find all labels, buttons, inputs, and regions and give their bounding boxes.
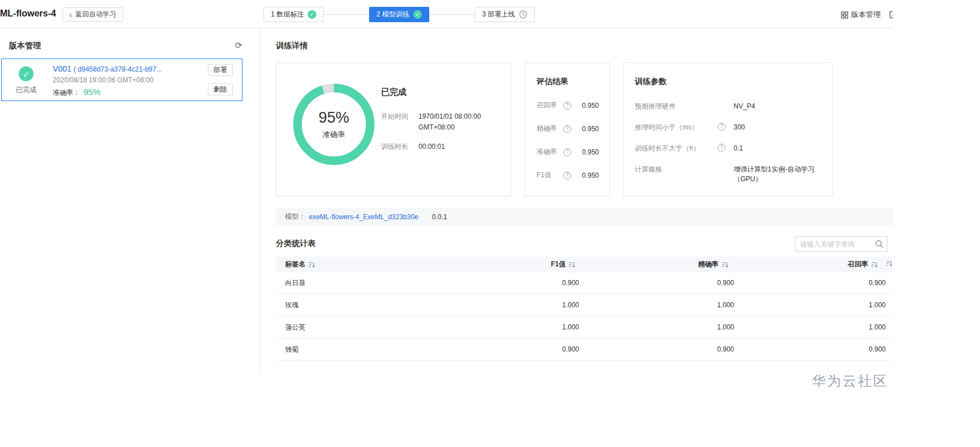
- training-params-card: 训练参数 预期推理硬件 NV_P4 推理时间小于（ms） ? 300 训练时长不…: [623, 62, 833, 197]
- class-stats-title: 分类统计表: [276, 239, 316, 249]
- evaluation-title: 评估结果: [537, 77, 568, 87]
- model-version: 0.0.1: [432, 213, 447, 221]
- version-card[interactable]: ✓ 已完成 V001 ( d9458d73-a378-4c21-b97... 2…: [1, 59, 242, 101]
- step-data-label[interactable]: 1 数据标注 ✓: [263, 7, 324, 22]
- deploy-button[interactable]: 部署: [208, 64, 233, 76]
- page: ML-flowers-4 ‹ 返回自动学习 1 数据标注 ✓ 2 模型训练 ✓ …: [0, 0, 893, 447]
- refresh-icon[interactable]: ⟳: [235, 41, 242, 49]
- col-precision: 精确率: [698, 260, 719, 269]
- donut-value: 95%: [319, 109, 349, 127]
- sort-icon[interactable]: [722, 261, 728, 268]
- evaluation-card: 评估结果 召回率 ? 0.950 精确率 ? 0.950 准确率 ? 0.950…: [525, 62, 610, 197]
- metric-precision: 精确率 ? 0.950: [537, 124, 599, 133]
- param-train-duration: 训练时长不大于（h） ? 0.1: [635, 144, 823, 153]
- model-bar: 模型： exeML-flowers-4_ExeML_d323b30e 0.0.1: [276, 208, 893, 225]
- training-summary-info: 已完成 开始时间 1970/01/01 08:00:00 GMT+08:00 训…: [381, 87, 504, 161]
- training-status: 已完成: [381, 87, 504, 98]
- project-title: ML-flowers-4: [0, 9, 56, 19]
- back-button-label: 返回自动学习: [76, 10, 116, 19]
- delete-button[interactable]: 删除: [208, 83, 233, 95]
- edit-doc-icon[interactable]: [889, 11, 893, 19]
- check-icon: ✓: [413, 10, 422, 19]
- watermark: 华为云社区: [812, 372, 889, 390]
- version-time: 2020/08/18 19:00:06 GMT+08:00: [53, 76, 153, 84]
- param-inference-time: 推理时间小于（ms） ? 300: [635, 123, 823, 132]
- help-icon[interactable]: ?: [563, 148, 571, 156]
- step-model-train[interactable]: 2 模型训练 ✓: [369, 7, 429, 22]
- param-hardware: 预期推理硬件 NV_P4: [635, 102, 823, 111]
- search-box: [795, 236, 887, 252]
- accuracy-value: 95%: [83, 87, 100, 97]
- metric-recall: 召回率 ? 0.950: [537, 101, 599, 110]
- help-icon[interactable]: ?: [563, 172, 571, 179]
- help-icon[interactable]: ?: [718, 123, 726, 131]
- donut-center: 95% 准确率: [292, 82, 376, 166]
- top-bar: ML-flowers-4 ‹ 返回自动学习 1 数据标注 ✓ 2 模型训练 ✓ …: [0, 0, 893, 28]
- metric-f1: F1值 ? 0.950: [537, 170, 599, 180]
- metric-accuracy: 准确率 ? 0.950: [537, 147, 599, 157]
- start-time-value: 1970/01/01 08:00:00 GMT+08:00: [418, 111, 498, 132]
- version-name-row: V001 ( d9458d73-a378-4c21-b97...: [53, 64, 162, 73]
- accuracy-label: 准确率：: [53, 88, 80, 98]
- check-icon: ✓: [308, 10, 316, 19]
- params-title: 训练参数: [635, 77, 667, 87]
- search-icon[interactable]: [875, 240, 883, 248]
- class-stats-table: 标签名 F1值 精确率 召回率 向日葵 0.900 0.900 0: [276, 257, 893, 361]
- step-indicator: 1 数据标注 ✓ 2 模型训练 ✓ 3 部署上线: [263, 7, 535, 22]
- training-detail-title: 训练详情: [276, 41, 308, 51]
- accuracy-donut-chart: 95% 准确率: [292, 82, 376, 166]
- version-manage-label: 版本管理: [851, 10, 881, 20]
- start-time-label: 开始时间: [381, 111, 413, 132]
- step-label: 1 数据标注: [271, 10, 304, 19]
- version-manage-link[interactable]: 版本管理: [841, 10, 881, 20]
- duration-label: 训练时长: [381, 141, 413, 152]
- help-icon[interactable]: ?: [718, 144, 726, 152]
- sidebar-title: 版本管理: [9, 41, 41, 51]
- donut-label: 准确率: [323, 129, 345, 140]
- clock-icon: [519, 10, 527, 19]
- table-row: 向日葵 0.900 0.900 0.900: [276, 272, 893, 294]
- param-compute-spec: 计算规格 增强计算型1实例-自动学习（GPU）: [635, 165, 823, 184]
- table-header: 标签名 F1值 精确率 召回率: [276, 257, 893, 272]
- duration-value: 00:00:01: [418, 141, 498, 152]
- training-summary-card: 95% 准确率 已完成 开始时间 1970/01/01 08:00:00 GMT…: [276, 62, 511, 197]
- back-button[interactable]: ‹ 返回自动学习: [62, 7, 123, 22]
- sort-icon[interactable]: [568, 261, 575, 268]
- version-id: ( d9458d73-a378-4c21-b97...: [74, 65, 162, 73]
- step-label: 3 部署上线: [482, 10, 515, 19]
- version-accuracy: 准确率： 95%: [53, 87, 100, 98]
- step-deploy[interactable]: 3 部署上线: [475, 7, 535, 22]
- help-icon[interactable]: ?: [563, 102, 571, 110]
- step-connector: [324, 14, 369, 15]
- sort-icon[interactable]: [308, 261, 315, 268]
- step-label: 2 模型训练: [376, 10, 409, 19]
- version-name: V001: [53, 64, 72, 73]
- version-status: ✓ 已完成: [13, 66, 39, 95]
- vertical-divider: [260, 28, 261, 373]
- search-input[interactable]: [795, 240, 875, 248]
- model-label: 模型：: [285, 212, 305, 222]
- chevron-left-icon: ‹: [69, 10, 72, 19]
- col-recall: 召回率: [848, 260, 868, 269]
- table-row: 蒲公英 1.000 1.000 1.000: [276, 316, 893, 339]
- version-status-label: 已完成: [13, 85, 39, 95]
- grid-icon: [841, 11, 848, 19]
- table-row: 玫瑰 1.000 1.000 1.000: [276, 294, 893, 316]
- step-connector: [429, 14, 475, 15]
- col-label-name: 标签名: [285, 260, 305, 269]
- check-icon: ✓: [19, 66, 33, 81]
- help-icon[interactable]: ?: [563, 125, 571, 133]
- model-link[interactable]: exeML-flowers-4_ExeML_d323b30e: [309, 213, 418, 221]
- table-row: 雏菊 0.900 0.900 0.900: [276, 339, 893, 361]
- top-bar-actions: 版本管理: [841, 10, 893, 20]
- sort-icon[interactable]: [886, 260, 893, 267]
- sort-icon[interactable]: [871, 261, 878, 268]
- col-f1: F1值: [551, 260, 566, 269]
